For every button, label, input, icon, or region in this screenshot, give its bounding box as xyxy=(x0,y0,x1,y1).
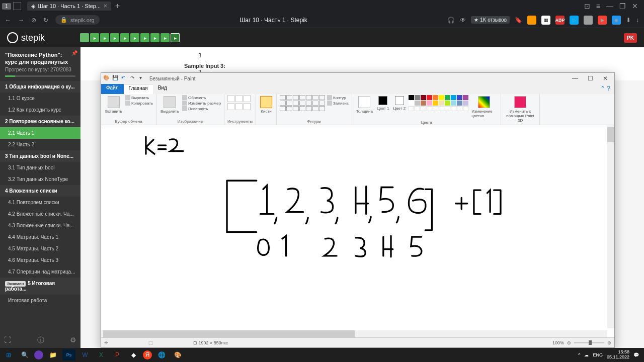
info-icon[interactable]: ⓘ xyxy=(37,336,44,345)
word-icon[interactable]: W xyxy=(78,349,92,360)
zoom-slider[interactable] xyxy=(574,342,604,343)
search-button[interactable]: 🔍 xyxy=(18,349,31,360)
step-4[interactable]: ▸ xyxy=(110,33,119,42)
stepik-logo[interactable]: stepik xyxy=(7,32,45,43)
ext-icon-1[interactable] xyxy=(527,16,536,25)
nav-item[interactable]: Итоговая работа xyxy=(0,295,80,306)
step-5[interactable]: ▸ xyxy=(120,33,129,42)
paint-titlebar[interactable]: 🎨 💾 ↶ ↷ ▾ Безымянный - Paint — ☐ ✕ xyxy=(101,73,614,84)
step-3[interactable]: ▸ xyxy=(100,33,109,42)
nav-item[interactable]: 4.7 Операции над матрица... xyxy=(0,266,80,278)
explorer-icon[interactable]: 📁 xyxy=(46,349,59,360)
size-button[interactable]: Толщина xyxy=(355,95,374,115)
rotate-button[interactable]: Повернуть xyxy=(182,106,221,111)
step-7[interactable]: ▸ xyxy=(140,33,149,42)
fill-button[interactable]: Заливка xyxy=(327,101,349,106)
photoshop-icon[interactable]: Ps xyxy=(62,349,75,360)
ext-icon-2[interactable]: ▦ xyxy=(541,16,550,25)
step-1[interactable] xyxy=(80,33,89,42)
paint-minimize-button[interactable]: — xyxy=(568,74,582,83)
user-avatar[interactable]: PK xyxy=(624,33,637,43)
taskbar-app-1[interactable] xyxy=(34,350,43,359)
arrow-down-icon[interactable]: ↓ xyxy=(636,17,639,24)
step-8[interactable]: ▸ xyxy=(150,33,159,42)
undo-icon[interactable]: ↶ xyxy=(121,75,128,82)
window-control-icon[interactable]: ⊡ xyxy=(584,2,590,10)
nav-item[interactable]: 3.1 Тип данных bool xyxy=(0,162,80,173)
brushes-button[interactable]: Кисти xyxy=(259,95,273,115)
nav-item[interactable]: 2.1 Часть 1 xyxy=(0,127,80,139)
ext-icon-6[interactable]: ◉ xyxy=(612,16,621,25)
eye-icon[interactable]: 👁 xyxy=(460,17,466,24)
select-button[interactable]: Выделить xyxy=(159,95,180,115)
maximize-icon[interactable]: ❐ xyxy=(619,2,626,10)
excel-icon[interactable]: X xyxy=(95,349,108,360)
paint-app-icon[interactable]: 🎨 xyxy=(103,75,110,82)
browser-tab[interactable]: ◈ Шаг 10 · Часть 1 · Step... × xyxy=(27,2,112,11)
language-indicator[interactable]: ENG xyxy=(593,352,603,357)
nav-item[interactable]: 4.5 Матрицы. Часть 2 xyxy=(0,243,80,254)
headphones-icon[interactable]: 🎧 xyxy=(447,17,455,24)
paint-maximize-button[interactable]: ☐ xyxy=(583,74,597,83)
nav-section[interactable]: 4 Вложенные списки xyxy=(0,185,80,197)
tray-chevron-icon[interactable]: ^ xyxy=(578,352,580,357)
resize-button[interactable]: Изменить размер xyxy=(182,101,221,106)
paint-canvas[interactable] xyxy=(103,128,606,328)
nav-item[interactable]: 4.3 Вложенные списки. Ча... xyxy=(0,220,80,231)
yandex-icon[interactable]: Я xyxy=(143,350,152,359)
stop-button[interactable]: ⊘ xyxy=(31,17,36,24)
tools-grid[interactable] xyxy=(227,95,251,110)
url-input[interactable]: 🔒 stepik.org xyxy=(55,15,100,25)
horizontal-scrollbar[interactable] xyxy=(101,330,607,337)
color2-button[interactable]: Цвет 2 xyxy=(392,95,407,112)
close-icon[interactable]: ✕ xyxy=(632,2,638,10)
ext-icon-3[interactable]: ▷ xyxy=(570,16,579,25)
notifications-icon[interactable]: 💬 xyxy=(633,352,639,357)
shapes-gallery[interactable] xyxy=(280,95,325,111)
step-2[interactable]: ▸ xyxy=(90,33,99,42)
fullscreen-icon[interactable]: ⛶ xyxy=(4,336,11,345)
view-tab[interactable]: Вид xyxy=(153,84,172,94)
taskbar-app-2[interactable]: ◆ xyxy=(127,349,140,360)
reviews-badge[interactable]: ★ 1K отзывов xyxy=(471,16,510,24)
taskbar-app-3[interactable]: 🌐 xyxy=(155,349,168,360)
nav-item[interactable]: 4.1 Повторяем списки xyxy=(0,197,80,208)
qat-dropdown-icon[interactable]: ▾ xyxy=(139,75,146,82)
nav-item[interactable]: 3.2 Тип данных NoneType xyxy=(0,173,80,185)
tab-counter[interactable]: 1 xyxy=(2,3,11,10)
nav-item[interactable]: 4.4 Матрицы. Часть 1 xyxy=(0,231,80,243)
step-9[interactable]: ▸ xyxy=(160,33,170,42)
forward-button[interactable]: → xyxy=(18,17,24,24)
save-icon[interactable]: 💾 xyxy=(112,75,119,82)
powerpoint-icon[interactable]: P xyxy=(111,349,124,360)
clock[interactable]: 15:58 05.11.2022 xyxy=(607,350,629,360)
minimize-icon[interactable]: — xyxy=(606,2,613,10)
vertical-scrollbar[interactable] xyxy=(607,125,614,328)
nav-item[interactable]: 1.2 Как проходить курс xyxy=(0,104,80,116)
pin-icon[interactable]: 📌 xyxy=(71,50,77,56)
home-tab[interactable]: Главная xyxy=(124,84,153,94)
paint-taskbar-icon[interactable]: 🎨 xyxy=(171,349,184,360)
step-10[interactable]: ▸ xyxy=(171,33,180,42)
reload-button[interactable]: ↻ xyxy=(43,17,48,24)
ext-icon-4[interactable]: ⊕ xyxy=(584,16,593,25)
color1-button[interactable]: Цвет 1 xyxy=(376,95,390,112)
abp-icon[interactable]: ABP xyxy=(555,16,565,25)
help-icon[interactable]: ⌃ ? xyxy=(596,84,614,94)
ext-icon-5[interactable]: ▶ xyxy=(598,16,607,25)
file-tab[interactable]: Файл xyxy=(101,84,124,94)
redo-icon[interactable]: ↷ xyxy=(130,75,137,82)
menu-icon[interactable]: ≡ xyxy=(596,2,600,10)
nav-item[interactable]: 2.2 Часть 2 xyxy=(0,139,80,150)
nav-section[interactable]: 1 Общая информация о ку... xyxy=(0,81,80,93)
tray-icon[interactable]: ☁ xyxy=(584,352,589,357)
downloads-icon[interactable]: ⬇ xyxy=(626,17,631,24)
nav-section[interactable]: 2 Повторяем основные ко... xyxy=(0,116,80,127)
nav-item[interactable]: 4.6 Матрицы. Часть 3 xyxy=(0,254,80,266)
close-tab-icon[interactable]: × xyxy=(104,3,107,10)
nav-section[interactable]: 3 Тип данных bool и None... xyxy=(0,150,80,162)
bookmark-icon[interactable]: 🔖 xyxy=(515,17,522,24)
add-tab-button[interactable]: + xyxy=(115,2,120,11)
paint3d-button[interactable]: Изменить с помощью Paint 3D xyxy=(504,95,536,124)
cut-button[interactable]: Вырезать xyxy=(125,95,153,100)
